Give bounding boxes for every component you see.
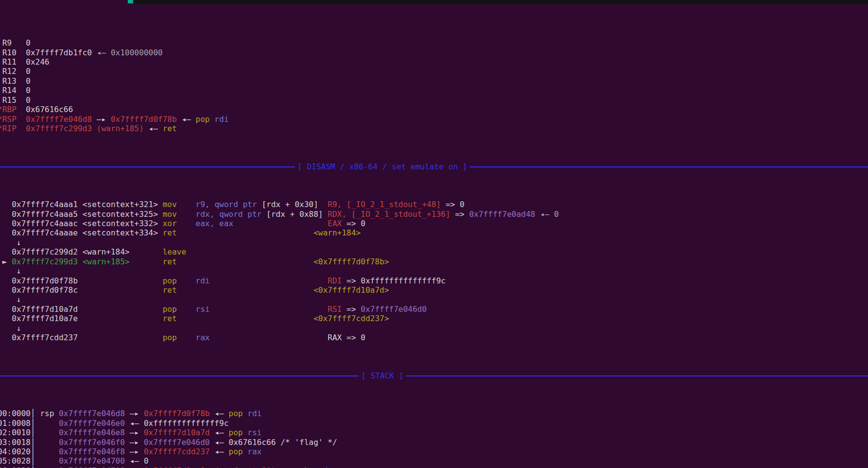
text-run: R14 0	[0, 86, 30, 95]
text-run: —▸	[125, 438, 144, 447]
terminal-line: 0x7ffff7d10a7e ret <0x7ffff7cdd237>	[0, 314, 868, 323]
terminal-line: R11 0x246	[0, 57, 868, 67]
text-run: rdi	[196, 276, 210, 285]
text-run: 0x7ffff7e046f0	[59, 438, 125, 447]
text-run: ↓	[0, 295, 21, 304]
terminal-line: ↓	[0, 238, 868, 247]
terminal-line: R14 0	[0, 86, 868, 95]
stack-section: 00:0000│ rsp 0x7ffff7e046d8 —▸ 0x7ffff7d…	[0, 409, 868, 468]
text-run: =>	[342, 304, 361, 314]
text-run: 06:0030│	[0, 466, 59, 468]
text-run: RDX, [_IO_2_1_stdout_+136]	[328, 210, 450, 219]
text-run	[177, 219, 196, 228]
text-run	[177, 304, 196, 314]
text-run: 0x7ffff7e04700	[59, 456, 125, 466]
text-run	[177, 200, 196, 209]
tab-accent	[128, 0, 133, 3]
text-run: <0x7ffff7d10a7d>	[313, 285, 389, 295]
text-run: 0x7ffff7d0f78c	[0, 285, 163, 295]
text-run: 0x7ffff7e04708	[59, 466, 125, 468]
terminal-line: 0x7ffff7d0f78b pop rdi RDI => 0xffffffff…	[0, 276, 868, 285]
terminal-line: 05:0028│ 0x7ffff7e04700 ◂— 0	[0, 456, 868, 466]
terminal-line: R10 0x7ffff7db1fc0 ◂— 0x100000000	[0, 48, 868, 57]
text-run: 0x7ffff7d0f78b	[111, 115, 177, 124]
text-run	[318, 200, 328, 209]
text-run: rdi	[243, 409, 262, 418]
text-run: 0x7ffff7e046e0	[59, 419, 125, 428]
text-run: 03:0018│	[0, 438, 59, 447]
text-run: <warn+184>	[313, 228, 360, 237]
text-run: 0x7ffff7e0ad48	[469, 210, 535, 219]
text-run: 0x7ffff7c299d2 <warn+184>	[0, 247, 163, 257]
text-run: 0x7ffff7d10a7d	[144, 428, 210, 437]
stack-section-label: [ STACK ]	[359, 371, 406, 380]
text-run: mov	[163, 210, 177, 219]
text-run: rsi	[196, 304, 210, 314]
text-run: pop	[229, 447, 243, 456]
text-run	[234, 219, 328, 228]
text-run: 05:0028│	[0, 456, 59, 466]
text-run: =>	[450, 210, 469, 219]
text-run: EAX	[328, 219, 342, 228]
text-run: 0x7ffff7e046e8	[59, 428, 125, 437]
text-run	[323, 210, 328, 219]
disasm-section-label: [ DISASM / x86-64 / set emulate on ]	[295, 162, 470, 171]
text-run: rdx, qword ptr	[196, 210, 267, 219]
text-run: pop	[229, 409, 243, 418]
text-run: pop	[229, 428, 243, 437]
window-tab-strip	[128, 0, 868, 3]
text-run: => 0	[441, 200, 465, 209]
text-run: 0x7ffff7d0f78b	[0, 276, 163, 285]
text-run: <0x7ffff7cdd237>	[313, 314, 389, 323]
terminal-line: *RIP 0x7ffff7c299d3 (warn+185) ◂— ret	[0, 124, 868, 133]
text-run: RSI	[328, 304, 342, 314]
text-run: 0x7ffff7e046d0	[144, 438, 210, 447]
text-run: R15 0	[0, 95, 30, 105]
terminal-line: ↓	[0, 295, 868, 304]
text-run: ret	[163, 314, 177, 323]
text-run: 0x7ffff7d0f78b	[144, 409, 210, 418]
text-run: R9, [_IO_2_1_stdout_+48]	[328, 200, 441, 209]
text-run: RAX => 0	[328, 333, 365, 342]
text-run: R10 0x7ffff7db1fc0	[0, 48, 96, 57]
text-run: leave	[163, 247, 186, 257]
text-run: rdi	[210, 115, 229, 124]
terminal-line: *RBP 0x67616c66	[0, 105, 868, 114]
text-run	[177, 257, 313, 266]
terminal-line: R15 0	[0, 95, 868, 105]
text-run: —▸	[125, 428, 144, 437]
text-run: 0x7ffff7c299d3 <warn+185>	[12, 257, 130, 266]
text-run: *RIP	[0, 124, 17, 133]
text-run: 0x7ffff7cdd237	[0, 333, 163, 342]
text-run: <0x7ffff7d0f78b>	[313, 257, 389, 266]
terminal-line: R13 0	[0, 76, 868, 86]
text-run: —▸	[125, 447, 144, 456]
text-run: 0x7ffff7c4aaa1 <setcontext+321>	[0, 200, 163, 209]
terminal-line: *RSP 0x7ffff7e046d8 —▸ 0x7ffff7d0f78b ◂—…	[0, 115, 868, 124]
text-run	[130, 257, 163, 266]
text-run: => 0xffffffffffffff9c	[342, 276, 446, 285]
text-run: 0x7ffff7cdd237	[144, 447, 210, 456]
text-run: —▸	[125, 466, 144, 468]
text-run: ◂—	[210, 428, 229, 437]
terminal-line: 06:0030│ 0x7ffff7e04708 —▸ 0x7ffff7d1ea8…	[0, 466, 868, 468]
text-run: ◂— 0	[125, 456, 148, 466]
text-run: 0x7ffff7c299d3 (warn+185)	[26, 124, 144, 133]
terminal-line: R9 0	[0, 38, 868, 47]
text-run: ◂—	[210, 409, 229, 418]
text-run	[177, 210, 196, 219]
terminal-screen[interactable]: R9 0 R10 0x7ffff7db1fc0 ◂— 0x100000000 R…	[0, 0, 868, 468]
text-run: ◂— 0xffffffffffffff9c	[125, 419, 229, 428]
text-run: 0x7ffff7c4aaa5 <setcontext+325>	[0, 210, 163, 219]
text-run: pop	[163, 304, 177, 314]
text-run: xchg	[295, 466, 314, 468]
terminal-line: R12 0	[0, 67, 868, 76]
text-run: ret	[163, 124, 177, 133]
text-run: rax	[243, 447, 262, 456]
text-run: 0x7ffff7d10a7d	[0, 304, 163, 314]
terminal-content: R9 0 R10 0x7ffff7db1fc0 ◂— 0x100000000 R…	[0, 10, 868, 468]
terminal-line: ↓	[0, 266, 868, 276]
text-run: 02:0010│	[0, 428, 59, 437]
text-run: ◂—	[210, 447, 229, 456]
text-run: pop	[196, 115, 210, 124]
